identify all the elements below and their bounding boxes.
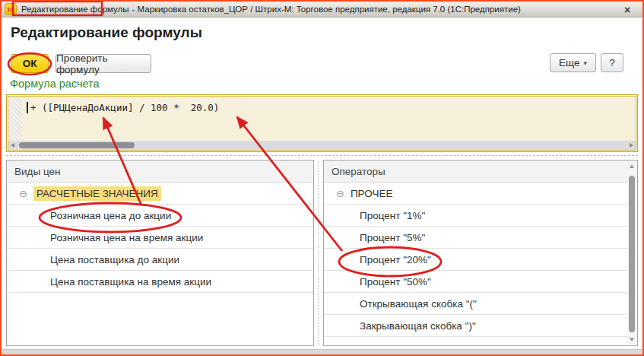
tree-item-percent-5[interactable]: Процент "5%" (324, 227, 637, 249)
price-kinds-panel: Виды цен ⊖ РАСЧЕТНЫЕ ЗНАЧЕНИЯ Розничная … (6, 160, 314, 346)
vertical-splitter[interactable] (318, 161, 319, 345)
tree-item-label: Закрывающая скобка ")" (360, 320, 476, 332)
tree-item-open-paren[interactable]: Открывающая скобка "(" (324, 293, 637, 315)
horizontal-scrollbar-thumb[interactable] (19, 142, 135, 148)
tree-item-supplier-price-before[interactable]: Цена поставщика до акции (7, 249, 313, 271)
1c-app-icon: 1С (5, 3, 17, 15)
tree-group-calculated-values[interactable]: ⊖ РАСЧЕТНЫЕ ЗНАЧЕНИЯ (7, 183, 313, 205)
collapse-icon[interactable]: ⊖ (336, 189, 344, 199)
price-kinds-header: Виды цен (7, 161, 313, 183)
check-formula-button[interactable]: Проверить формулу (56, 54, 151, 73)
window-title: - Маркировка остатков_ЦОР / Штрих-М: Тор… (132, 5, 521, 14)
text-caret (27, 102, 28, 113)
tree-item-label: Процент "20%" (360, 254, 431, 265)
operators-header: Операторы (324, 161, 637, 183)
horizontal-splitter[interactable] (6, 155, 638, 156)
tree-item-close-paren[interactable]: Закрывающая скобка ")" (324, 315, 637, 337)
tree-item-percent-20[interactable]: Процент "20%" (324, 249, 637, 271)
formula-input[interactable]: + ([РЦЦенаДоАкции] / 100 * 20.0) (6, 94, 638, 152)
tree-item-percent-1[interactable]: Процент "1%" (324, 205, 637, 227)
operators-header-label: Операторы (332, 166, 385, 177)
more-button[interactable]: Еще ▾ (550, 53, 596, 72)
formula-text: + ([РЦЦенаДоАкции] / 100 * 20.0) (30, 102, 219, 113)
scroll-down-icon[interactable] (630, 338, 634, 342)
price-kinds-header-label: Виды цен (14, 166, 60, 177)
tree-item-label: Процент "5%" (360, 232, 425, 243)
tree-item-label: Процент "1%" (360, 210, 425, 221)
help-button[interactable]: ? (601, 53, 623, 72)
page-title: Редактирование формулы (11, 24, 202, 41)
operators-panel: Операторы ⊖ ПРОЧЕЕ Процент "1%" Процент … (323, 160, 638, 346)
bottom-strip (2, 349, 642, 354)
formula-gutter (8, 97, 22, 141)
tree-item-label: Розничная цена на время акции (50, 232, 203, 243)
tree-item-retail-price-during[interactable]: Розничная цена на время акции (7, 227, 313, 249)
vertical-scrollbar-thumb[interactable] (629, 176, 635, 332)
tree-item-label: Цена поставщика до акции (50, 254, 179, 265)
window-title-highlighted: Редактирование формулы (20, 5, 131, 14)
collapse-icon[interactable]: ⊖ (19, 189, 27, 199)
tree-group-label: ПРОЧЕЕ (351, 188, 393, 199)
title-bar: 1С Редактирование формулы - Маркировка о… (2, 2, 642, 17)
tree-group-label: РАСЧЕТНЫЕ ЗНАЧЕНИЯ (33, 186, 161, 201)
tree-item-label: Процент "50%" (360, 276, 431, 288)
chevron-down-icon: ▾ (583, 59, 587, 67)
scroll-up-icon[interactable] (630, 164, 634, 168)
scroll-left-icon[interactable] (11, 143, 14, 148)
ok-button[interactable]: ОК (11, 54, 49, 73)
more-button-label: Еще (559, 57, 579, 68)
tree-item-label: Цена поставщика на время акции (50, 276, 211, 288)
vertical-scrollbar[interactable] (627, 161, 636, 345)
formula-section-label: Формула расчета (10, 78, 100, 90)
tree-item-supplier-price-during[interactable]: Цена поставщика на время акции (7, 271, 313, 293)
tree-item-label: Розничная цена до акции (50, 210, 171, 221)
formula-editor-window: 1С Редактирование формулы - Маркировка о… (0, 0, 644, 356)
tree-item-label: Открывающая скобка "(" (360, 298, 477, 310)
formula-line: + ([РЦЦенаДоАкции] / 100 * 20.0) (27, 102, 219, 113)
tree-item-retail-price-before[interactable]: Розничная цена до акции (7, 205, 313, 227)
scroll-right-icon[interactable] (630, 143, 633, 148)
tree-group-other[interactable]: ⊖ ПРОЧЕЕ (324, 183, 637, 205)
horizontal-scrollbar[interactable] (8, 141, 636, 150)
tree-item-percent-50[interactable]: Процент "50%" (324, 271, 637, 293)
close-icon[interactable]: × (620, 2, 635, 17)
